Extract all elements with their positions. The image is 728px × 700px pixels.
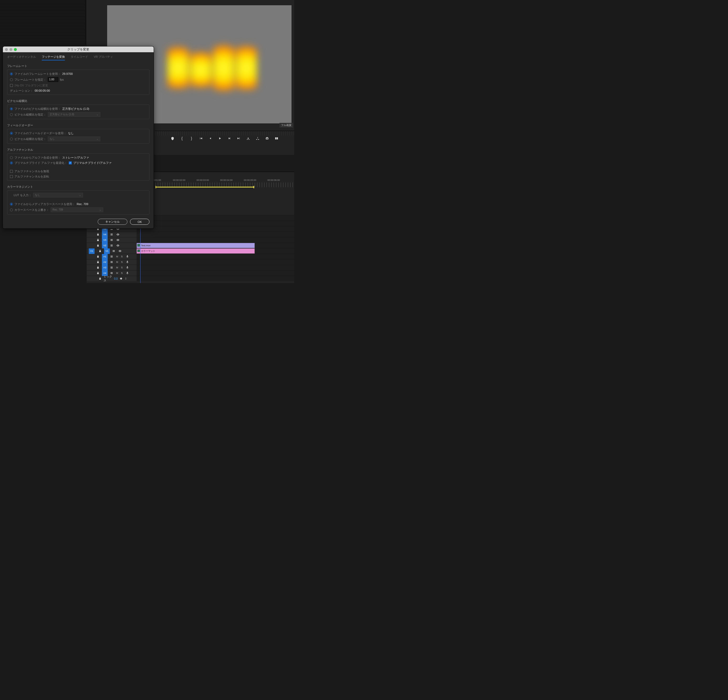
- track-lane[interactable]: [137, 254, 294, 259]
- use-file-par-radio[interactable]: [10, 107, 13, 110]
- lut-select[interactable]: なし⌄: [33, 193, 83, 198]
- lock-icon[interactable]: [95, 271, 100, 276]
- use-file-colorspace-radio[interactable]: [10, 203, 13, 206]
- mute-button[interactable]: M: [116, 255, 119, 258]
- dialog-titlebar[interactable]: クリップを変更: [3, 46, 154, 52]
- expand-icon[interactable]: [124, 276, 128, 281]
- track-target[interactable]: V4: [102, 232, 108, 237]
- sync-lock-icon[interactable]: [109, 260, 114, 264]
- lock-icon[interactable]: [98, 249, 103, 253]
- ignore-alpha-checkbox[interactable]: [10, 170, 13, 173]
- sync-lock-icon[interactable]: [109, 232, 114, 237]
- lock-icon[interactable]: [95, 265, 100, 270]
- sync-lock-icon[interactable]: [109, 254, 114, 259]
- solo-button[interactable]: S: [120, 261, 123, 263]
- tab-vr-properties[interactable]: VR プロパティ: [94, 55, 113, 61]
- track-lane[interactable]: [137, 265, 294, 270]
- sync-lock-icon[interactable]: [111, 249, 116, 253]
- use-file-framerate-radio[interactable]: [10, 72, 13, 75]
- keyframe-icon[interactable]: [119, 276, 123, 281]
- mute-button[interactable]: M: [116, 272, 119, 274]
- track-lane[interactable]: [137, 221, 294, 226]
- track-lane[interactable]: カラーマット: [137, 248, 294, 254]
- source-patch[interactable]: V1: [89, 248, 95, 254]
- track-target[interactable]: A1: [102, 254, 108, 260]
- mute-button[interactable]: M: [116, 266, 119, 269]
- time-label: 00:00:05:00: [244, 179, 256, 182]
- export-frame-icon[interactable]: [265, 136, 269, 140]
- out-bracket-icon[interactable]: }: [189, 136, 194, 140]
- step-back-icon[interactable]: [208, 136, 212, 140]
- step-forward-icon[interactable]: [227, 136, 231, 140]
- field-order-select[interactable]: なし⌄: [48, 137, 100, 141]
- mute-button[interactable]: M: [116, 261, 119, 263]
- voice-over-icon[interactable]: [125, 260, 130, 264]
- lock-icon[interactable]: [95, 238, 100, 242]
- colorspace-select[interactable]: Rec. 709⌄: [51, 208, 103, 212]
- mix-value[interactable]: 0.0: [114, 277, 118, 280]
- tab-interpret-footage[interactable]: フッテージを変換: [42, 55, 65, 61]
- time-ruler[interactable]: 0:00:01:0000:00:02:0000:00:03:0000:00:04…: [137, 178, 294, 188]
- framerate-input[interactable]: 1.00: [48, 77, 58, 82]
- lift-icon[interactable]: [246, 136, 250, 140]
- monitor-time-ruler[interactable]: [155, 131, 294, 136]
- eye-icon[interactable]: [116, 232, 120, 237]
- sync-lock-icon[interactable]: [109, 243, 114, 248]
- specify-field-radio[interactable]: [10, 137, 13, 140]
- go-to-in-icon[interactable]: [199, 136, 203, 140]
- lock-icon[interactable]: [98, 276, 102, 281]
- use-file-alpha-radio[interactable]: [10, 156, 13, 159]
- lock-icon[interactable]: [95, 260, 100, 264]
- sync-lock-icon[interactable]: [109, 238, 114, 242]
- voice-over-icon[interactable]: [125, 271, 130, 276]
- track-target[interactable]: V1: [104, 248, 110, 254]
- comparison-view-icon[interactable]: [274, 136, 279, 140]
- track-lane[interactable]: [137, 276, 294, 281]
- track-lane[interactable]: [137, 237, 294, 242]
- tab-audio-channels[interactable]: オーディオチャンネル: [7, 55, 36, 61]
- specify-par-radio[interactable]: [10, 113, 13, 116]
- in-bracket-icon[interactable]: {: [180, 136, 184, 140]
- audio-track: A4MS: [87, 270, 294, 276]
- track-target[interactable]: A3: [102, 265, 108, 270]
- invert-alpha-checkbox[interactable]: [10, 175, 13, 178]
- par-select[interactable]: 正方形ピクセル (1.0)⌄: [48, 112, 100, 117]
- track-target[interactable]: A2: [102, 260, 108, 265]
- lock-icon[interactable]: [95, 232, 100, 237]
- premult-checkbox[interactable]: [69, 162, 72, 165]
- lock-icon[interactable]: [95, 243, 100, 248]
- ok-button[interactable]: OK: [130, 219, 149, 225]
- work-area-bar[interactable]: [156, 187, 254, 188]
- track-lane[interactable]: [137, 232, 294, 237]
- solo-button[interactable]: S: [120, 266, 123, 269]
- eye-icon[interactable]: [116, 238, 120, 242]
- sync-lock-icon[interactable]: [109, 265, 114, 270]
- voice-over-icon[interactable]: [125, 265, 130, 270]
- eye-icon[interactable]: [118, 249, 122, 253]
- marker-icon[interactable]: [170, 136, 175, 140]
- playback-quality[interactable]: フル画質: [279, 123, 293, 128]
- cancel-button[interactable]: キャンセル: [98, 219, 127, 225]
- use-file-field-radio[interactable]: [10, 132, 13, 135]
- eye-icon[interactable]: [116, 243, 120, 248]
- track-lane[interactable]: [137, 260, 294, 265]
- voice-over-icon[interactable]: [125, 254, 130, 259]
- override-colorspace-radio[interactable]: [10, 208, 13, 211]
- track-lane[interactable]: [137, 215, 294, 221]
- clip-video[interactable]: Test.mov: [137, 243, 255, 248]
- go-to-out-icon[interactable]: [237, 136, 241, 140]
- track-target[interactable]: V2: [102, 243, 108, 248]
- solo-button[interactable]: S: [120, 255, 123, 258]
- tab-timecode[interactable]: タイムコード: [71, 55, 88, 61]
- track-lane[interactable]: [137, 226, 294, 232]
- track-target[interactable]: V3: [102, 237, 108, 243]
- track-lane[interactable]: [137, 270, 294, 276]
- play-icon[interactable]: [218, 136, 222, 140]
- specify-framerate-radio[interactable]: [10, 78, 13, 81]
- clip-color-matte[interactable]: カラーマット: [137, 248, 255, 254]
- optimize-premult-radio[interactable]: [10, 162, 13, 165]
- lock-icon[interactable]: [95, 254, 100, 259]
- solo-button[interactable]: S: [120, 272, 123, 274]
- extract-icon[interactable]: [256, 136, 260, 140]
- track-lane[interactable]: Test.mov: [137, 243, 294, 248]
